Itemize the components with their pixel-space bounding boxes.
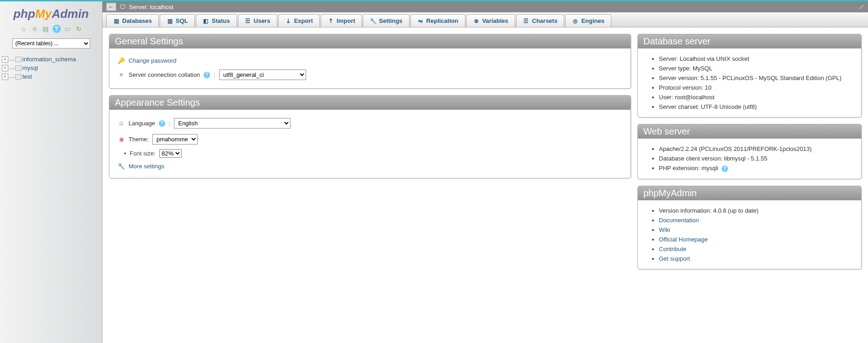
database-icon [15, 57, 22, 62]
database-icon [15, 65, 22, 71]
list-item: Server charset: UTF-8 Unicode (utf8) [659, 102, 853, 112]
theme-label: Theme: [129, 136, 149, 143]
logo-my: My [35, 7, 52, 21]
recent-tables-select[interactable]: (Recent tables) ... [12, 38, 90, 48]
sidebar: phpMyAdmin ⌂ ⎋ ▤ ? ▭ ↻ (Recent tables) .… [0, 1, 102, 343]
replication-icon: ⇋ [417, 18, 424, 24]
theme-icon: ◉ [118, 136, 125, 143]
content: General Settings 🔑 Change password ≡ Ser… [102, 27, 868, 343]
appearance-settings-panel: Appearance Settings ☺ Language ? : Engli… [109, 95, 631, 178]
logo-admin: Admin [52, 7, 89, 21]
fontsize-label: Font size: [130, 150, 156, 157]
wrench-icon: 🔧 [118, 162, 125, 170]
theme-select[interactable]: pmahomme [152, 134, 198, 145]
tab-sql[interactable]: ▥SQL [160, 14, 195, 27]
panel-title: Database server [638, 34, 861, 48]
pma-link-wiki[interactable]: Wiki [659, 226, 670, 233]
help-icon[interactable]: ? [204, 72, 210, 78]
list-item: Server: Localhost via UNIX socket [659, 54, 853, 64]
pma-link-support[interactable]: Get support [659, 255, 690, 262]
engines-icon: ◎ [572, 18, 578, 24]
collapse-icon[interactable]: ⤢ [859, 3, 864, 11]
help-icon[interactable]: ? [722, 166, 728, 172]
list-item: Contribute [659, 244, 853, 254]
database-server-panel: Database server Server: Localhost via UN… [637, 34, 862, 118]
tab-import[interactable]: ⤒Import [321, 14, 362, 27]
pma-link-homepage[interactable]: Official Homepage [659, 236, 708, 243]
home-icon[interactable]: ⌂ [20, 25, 28, 33]
docs-icon[interactable]: ? [53, 25, 61, 33]
list-item: PHP extension: mysqli ? [659, 163, 853, 173]
collation-icon: ≡ [118, 71, 125, 79]
dbserver-list: Server: Localhost via UNIX socket Server… [646, 54, 853, 112]
back-button[interactable]: ← [106, 3, 116, 11]
db-link-test[interactable]: test [22, 73, 32, 80]
phpmyadmin-panel: phpMyAdmin Version information: 4.0.6 (u… [637, 186, 862, 269]
charsets-icon: ☰ [523, 18, 529, 24]
breadcrumb-bar: ← 🖵 Server: localhost ⤢ [102, 1, 868, 12]
collation-select[interactable]: utf8_general_ci [219, 70, 306, 80]
db-link-information-schema[interactable]: information_schema [22, 56, 76, 63]
variables-icon: ⊕ [473, 18, 480, 24]
list-item: Database client version: libmysql - 5.1.… [659, 154, 853, 163]
tab-users[interactable]: ☰Users [238, 14, 277, 27]
breadcrumb-text: Server: localhost [129, 4, 173, 11]
list-item: Wiki [659, 225, 853, 235]
tab-settings[interactable]: 🔧Settings [363, 14, 409, 27]
pma-link-contribute[interactable]: Contribute [659, 246, 686, 252]
help-icon[interactable]: ? [159, 120, 165, 127]
doc-icon[interactable]: ▭ [64, 25, 72, 33]
tab-export[interactable]: ⤓Export [278, 14, 320, 27]
panel-title: phpMyAdmin [638, 186, 861, 200]
users-icon: ☰ [245, 18, 251, 24]
panel-title: Appearance Settings [109, 96, 631, 110]
main: ← 🖵 Server: localhost ⤢ ▤Databases ▥SQL … [102, 1, 868, 343]
tab-replication[interactable]: ⇋Replication [410, 14, 465, 27]
list-item: Official Homepage [659, 235, 853, 244]
logout-icon[interactable]: ⎋ [31, 25, 39, 33]
language-icon: ☺ [118, 120, 125, 127]
language-select[interactable]: English [174, 118, 291, 129]
expand-icon[interactable]: + [2, 74, 8, 80]
sql-icon[interactable]: ▤ [42, 25, 50, 33]
settings-icon: 🔧 [370, 18, 376, 24]
list-item: User: root@localhost [659, 92, 853, 102]
logo[interactable]: phpMyAdmin [0, 7, 102, 21]
sql-icon: ▥ [167, 18, 173, 24]
fontsize-select[interactable]: 82% [159, 149, 182, 158]
database-tree: +— information_schema +— mysql +— test [0, 51, 102, 85]
list-item: Get support [659, 254, 853, 263]
expand-icon[interactable]: + [2, 56, 8, 63]
collation-label: Server connection collation [129, 71, 200, 78]
db-link-mysql[interactable]: mysql [22, 64, 38, 71]
databases-icon: ▤ [113, 18, 119, 24]
language-label: Language [129, 120, 155, 127]
status-icon: ◧ [203, 18, 209, 24]
db-tree-item: +— mysql [2, 64, 100, 72]
sidebar-quick-icons: ⌂ ⎋ ▤ ? ▭ ↻ [0, 25, 102, 33]
logo-php: php [13, 7, 35, 21]
list-item: Server version: 5.1.55 - PCLinuxOS - MyS… [659, 73, 853, 83]
db-tree-item: +— information_schema [2, 55, 100, 64]
tab-databases[interactable]: ▤Databases [106, 14, 159, 27]
list-item: Protocol version: 10 [659, 83, 853, 92]
reload-icon[interactable]: ↻ [75, 25, 83, 33]
db-tree-item: +— test [2, 72, 100, 81]
list-item: Server type: MySQL [659, 64, 853, 73]
panel-title: General Settings [109, 34, 631, 48]
more-settings-link[interactable]: More settings [129, 163, 164, 170]
list-item: Apache/2.2.24 (PCLinuxOS 2011/PREFORK-1p… [659, 144, 853, 154]
change-password-link[interactable]: Change password [129, 57, 177, 64]
list-item: Version information: 4.0.6 (up to date) [659, 206, 853, 215]
tab-charsets[interactable]: ☰Charsets [516, 14, 565, 27]
server-icon: 🖵 [120, 4, 125, 10]
panel-title: Web server [638, 124, 861, 139]
webserver-list: Apache/2.2.24 (PCLinuxOS 2011/PREFORK-1p… [646, 144, 853, 173]
pma-link-documentation[interactable]: Documentation [659, 217, 699, 224]
tab-variables[interactable]: ⊕Variables [466, 14, 515, 27]
tab-engines[interactable]: ◎Engines [565, 14, 611, 27]
expand-icon[interactable]: + [2, 65, 8, 71]
export-icon: ⤓ [285, 18, 291, 24]
tab-bar: ▤Databases ▥SQL ◧Status ☰Users ⤓Export ⤒… [102, 12, 868, 27]
tab-status[interactable]: ◧Status [196, 14, 237, 27]
